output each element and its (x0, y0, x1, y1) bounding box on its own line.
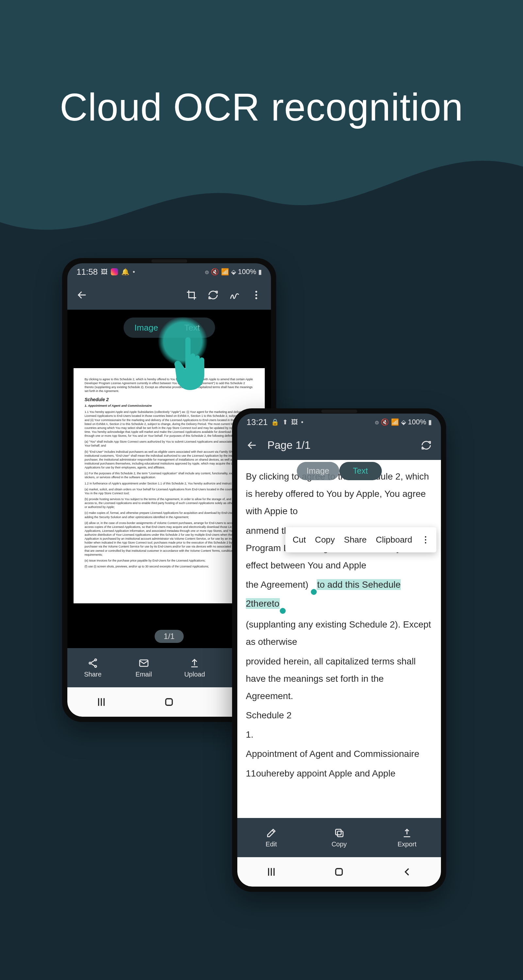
share-label: Share (84, 671, 101, 678)
nav-recent-icon[interactable] (265, 865, 278, 878)
wifi-icon: 📶 (221, 268, 229, 276)
picture-icon: 🖼 (101, 268, 108, 276)
status-time: 13:21 (246, 417, 268, 427)
doc-le: (e) issue invoices for the purchase pric… (85, 558, 254, 563)
right-bottom-bar: Edit Copy Export (237, 818, 441, 857)
share-button[interactable]: Share (67, 648, 118, 687)
svg-rect-7 (166, 699, 172, 705)
upload-button[interactable]: Upload (169, 648, 220, 687)
ocr-line-4: (supplanting any existing Schedule 2). E… (246, 616, 432, 651)
bell-icon: 🔔 (121, 268, 129, 276)
ocr-line-5: provided herein, all capitalized terms s… (246, 653, 432, 705)
ctx-copy[interactable]: Copy (315, 532, 335, 548)
doc-1-2: 1.2 In furtherance of Apple's appointmen… (85, 482, 254, 485)
nav-recent-icon[interactable] (95, 695, 108, 708)
dot-icon: • (133, 268, 135, 276)
speaker-slit (151, 259, 187, 262)
svg-point-0 (255, 291, 257, 293)
svg-point-4 (89, 662, 91, 664)
doc-lc: (c) make copies of, format, and otherwis… (85, 511, 254, 519)
battery-icon: ▮ (258, 268, 262, 276)
crop-icon[interactable] (185, 289, 198, 301)
image-text-toggle[interactable]: Image Text (124, 318, 215, 338)
doc-1-1: 1.1 You hereby appoint Apple and Apple S… (85, 410, 254, 438)
lock-icon: 🔒 (271, 418, 279, 426)
key-icon: ⌾ (375, 418, 379, 426)
mute-icon: 🔇 (381, 418, 389, 426)
ocr-line-7: 1. (246, 726, 432, 743)
signal-icon: ⬙ (231, 268, 236, 276)
export-label: Export (397, 840, 416, 848)
ocr-line-3: the Agreement) to add this Sehedule 2the… (246, 576, 432, 614)
page-title: Page 1/1 (267, 439, 311, 452)
status-battery: 100% (238, 267, 256, 276)
nav-home-icon[interactable] (332, 865, 346, 878)
wifi-icon: 📶 (391, 418, 399, 426)
doc-lb: (b) provide hosting services to You subj… (85, 497, 254, 509)
signature-icon[interactable] (228, 289, 241, 301)
toggle-text[interactable]: Text (169, 318, 215, 338)
svg-rect-10 (336, 869, 342, 875)
doc-section-1: 1. Appointment of Agent and Commissionai… (85, 404, 254, 408)
ocr-line-3a: the Agreement) (246, 579, 311, 590)
ctx-cut[interactable]: Cut (293, 532, 306, 548)
email-button[interactable]: Email (118, 648, 169, 687)
context-menu: Cut Copy Share Clipboard ⋮ (285, 527, 436, 552)
status-time: 11:58 (77, 267, 98, 277)
svg-point-2 (255, 297, 257, 299)
nav-back-icon[interactable] (400, 865, 413, 878)
svg-rect-9 (335, 829, 341, 835)
left-app-bar (67, 280, 271, 310)
copy-button[interactable]: Copy (305, 818, 373, 857)
sync-icon[interactable] (207, 289, 219, 301)
picture-icon: 🖼 (291, 418, 298, 426)
more-icon[interactable] (250, 289, 263, 301)
doc-a: (a) "You" shall include App Store Connec… (85, 440, 254, 447)
svg-point-1 (255, 294, 257, 296)
back-icon[interactable] (246, 439, 258, 452)
ocr-text-body[interactable]: Image Text Cut Copy Share Clipboard ⋮ By… (237, 460, 441, 818)
signal-icon: ⬙ (401, 418, 406, 426)
doc-intro: By clicking to agree to this Schedule 2,… (85, 377, 254, 393)
phone-right: 13:21 🔒 ⬆ 🖼 • ⌾ 🔇 📶 ⬙ 100% ▮ Page 1/1 (232, 408, 446, 892)
edit-label: Edit (266, 840, 277, 848)
edit-button[interactable]: Edit (237, 818, 305, 857)
headline: Cloud OCR recognition (0, 85, 523, 129)
ctx-share[interactable]: Share (344, 532, 367, 548)
ocr-line-6: Schedule 2 (246, 706, 432, 724)
toggle-image[interactable]: Image (297, 462, 339, 480)
doc-la: (a) market, solicit, and obtain orders o… (85, 487, 254, 495)
key-icon: ⌾ (205, 268, 209, 276)
back-icon[interactable] (76, 289, 88, 301)
selection-handle-end[interactable] (280, 608, 286, 614)
status-battery: 100% (408, 418, 426, 426)
toggle-image[interactable]: Image (124, 318, 169, 338)
upload-label: Upload (184, 671, 205, 678)
refresh-icon[interactable] (420, 439, 432, 452)
nav-home-icon[interactable] (163, 695, 175, 708)
left-status-bar: 11:58 🖼 🔔 • ⌾ 🔇 📶 ⬙ 100% ▮ (67, 263, 271, 280)
right-status-bar: 13:21 🔒 ⬆ 🖼 • ⌾ 🔇 📶 ⬙ 100% ▮ (237, 414, 441, 431)
upload-mini-icon: ⬆ (282, 418, 288, 426)
ctx-more-icon[interactable]: ⋮ (421, 532, 429, 548)
right-android-nav (237, 857, 441, 886)
right-app-bar: Page 1/1 (237, 431, 441, 460)
svg-point-5 (95, 665, 97, 667)
battery-icon: ▮ (428, 418, 432, 426)
export-button[interactable]: Export (373, 818, 441, 857)
ctx-clipboard[interactable]: Clipboard (376, 532, 412, 548)
mute-icon: 🔇 (211, 268, 219, 276)
toggle-text[interactable]: Text (339, 462, 382, 480)
ocr-line-8: Appointment of Agent and Commissionaire (246, 745, 432, 762)
doc-ld: (d) allow or, in the case of cross-borde… (85, 521, 254, 557)
doc-schedule-title: Schedule 2 (85, 396, 254, 403)
image-text-toggle[interactable]: Image Text (297, 462, 382, 480)
selection-handle-start[interactable] (311, 589, 317, 595)
doc-c: (c) For the purposes of this Schedule 2,… (85, 471, 254, 479)
svg-rect-8 (337, 831, 343, 837)
doc-b: (b) "End-User" includes individual purch… (85, 450, 254, 470)
doc-lf: (f) use (i) screen shots, previews, and/… (85, 565, 254, 568)
speaker-slit (321, 410, 357, 413)
page-indicator: 1/1 (155, 630, 184, 643)
email-label: Email (136, 671, 152, 678)
